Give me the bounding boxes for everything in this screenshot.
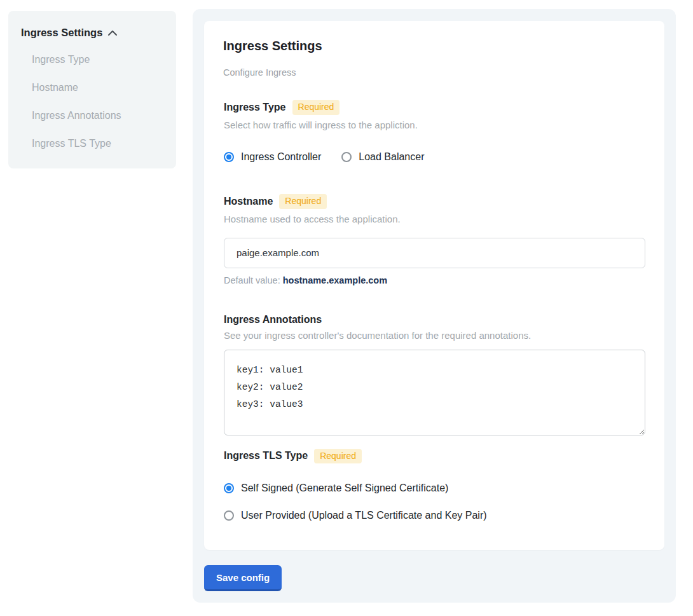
ingress-type-radio-group: Ingress Controller Load Balancer xyxy=(224,151,645,163)
sidebar-item-ingress-tls-type[interactable]: Ingress TLS Type xyxy=(32,138,163,149)
radio-option-self-signed[interactable]: Self Signed (Generate Self Signed Certif… xyxy=(224,483,645,494)
ingress-tls-radio-group: Self Signed (Generate Self Signed Certif… xyxy=(224,483,645,521)
default-value-text: hostname.example.com xyxy=(283,275,387,285)
save-config-button[interactable]: Save config xyxy=(204,565,282,591)
ingress-type-label: Ingress Type xyxy=(224,102,286,113)
required-badge: Required xyxy=(314,449,362,464)
radio-label: User Provided (Upload a TLS Certificate … xyxy=(241,510,487,521)
sidebar-section-toggle[interactable]: Ingress Settings xyxy=(21,27,163,39)
sidebar-section-title: Ingress Settings xyxy=(21,27,102,39)
radio-label: Ingress Controller xyxy=(241,151,321,163)
radio-button-icon[interactable] xyxy=(341,152,352,162)
chevron-up-icon xyxy=(107,27,118,39)
section-ingress-type: Ingress Type Required Select how traffic… xyxy=(224,100,645,163)
section-ingress-annotations: Ingress Annotations See your ingress con… xyxy=(224,314,645,435)
ingress-tls-type-label: Ingress TLS Type xyxy=(224,450,308,462)
page-title: Ingress Settings xyxy=(223,39,645,53)
default-value-prefix: Default value: xyxy=(224,275,283,285)
required-badge: Required xyxy=(292,100,340,115)
sidebar-item-list: Ingress Type Hostname Ingress Annotation… xyxy=(32,54,163,149)
radio-button-icon[interactable] xyxy=(224,510,234,521)
section-ingress-tls-type: Ingress TLS Type Required Self Signed (G… xyxy=(224,449,645,522)
radio-label: Self Signed (Generate Self Signed Certif… xyxy=(241,483,448,494)
hostname-description: Hostname used to access the application. xyxy=(224,214,645,224)
page-subtitle: Configure Ingress xyxy=(223,67,645,78)
sidebar-item-hostname[interactable]: Hostname xyxy=(32,82,163,93)
sidebar-item-ingress-type[interactable]: Ingress Type xyxy=(32,54,163,65)
section-hostname: Hostname Required Hostname used to acces… xyxy=(224,194,645,285)
hostname-default-value: Default value: hostname.example.com xyxy=(224,275,645,285)
sidebar-item-ingress-annotations[interactable]: Ingress Annotations xyxy=(32,110,163,121)
radio-option-user-provided[interactable]: User Provided (Upload a TLS Certificate … xyxy=(224,510,645,521)
radio-button-icon[interactable] xyxy=(224,152,234,162)
required-badge: Required xyxy=(279,194,327,209)
radio-label: Load Balancer xyxy=(359,151,424,163)
hostname-input[interactable] xyxy=(224,238,645,268)
settings-panel: Ingress Settings Configure Ingress Ingre… xyxy=(193,9,676,603)
radio-option-load-balancer[interactable]: Load Balancer xyxy=(341,151,424,163)
ingress-settings-card: Ingress Settings Configure Ingress Ingre… xyxy=(204,21,664,550)
ingress-annotations-textarea[interactable]: key1: value1 key2: value2 key3: value3 xyxy=(224,350,645,435)
hostname-label: Hostname xyxy=(224,196,273,207)
ingress-type-description: Select how traffic will ingress to the a… xyxy=(224,120,645,130)
radio-option-ingress-controller[interactable]: Ingress Controller xyxy=(224,151,321,163)
radio-button-icon[interactable] xyxy=(224,483,234,493)
ingress-annotations-description: See your ingress controller's documentat… xyxy=(224,330,645,341)
settings-sidebar: Ingress Settings Ingress Type Hostname I… xyxy=(8,11,176,168)
ingress-annotations-label: Ingress Annotations xyxy=(224,314,322,325)
